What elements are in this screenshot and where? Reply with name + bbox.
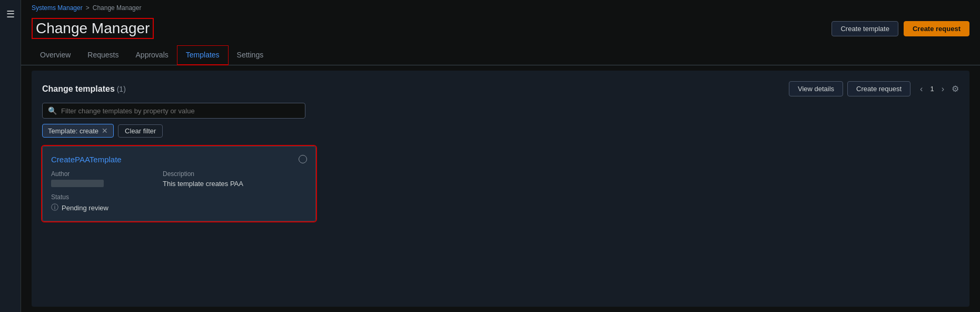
template-name[interactable]: CreatePAATemplate xyxy=(51,155,122,164)
view-details-button[interactable]: View details xyxy=(789,81,843,96)
menu-icon[interactable]: ☰ xyxy=(2,4,19,24)
section-header: Change templates (1) View details Create… xyxy=(42,81,959,96)
template-details: Author Status ⓘ Pending review Descripti… xyxy=(51,170,307,212)
template-select-radio[interactable] xyxy=(299,155,307,163)
pending-review-icon: ⓘ xyxy=(51,203,58,212)
filter-tag: Template: create ✕ xyxy=(42,124,114,138)
section-title: Change templates xyxy=(42,84,115,93)
section-actions: View details Create request xyxy=(789,81,910,96)
pagination: ‹ 1 › ⚙ xyxy=(917,83,959,95)
prev-page-button[interactable]: ‹ xyxy=(917,83,926,95)
filter-tag-label: Template: create xyxy=(48,127,98,135)
clear-filter-button[interactable]: Clear filter xyxy=(118,124,163,138)
sidebar: ☰ xyxy=(0,0,21,312)
create-request-button[interactable]: Create request xyxy=(904,21,969,36)
next-page-button[interactable]: › xyxy=(938,83,947,95)
header-actions: Create template Create request xyxy=(831,21,969,36)
tab-overview[interactable]: Overview xyxy=(32,45,79,65)
author-label: Author xyxy=(51,170,156,178)
status-value: Pending review xyxy=(62,204,108,212)
tab-approvals[interactable]: Approvals xyxy=(127,45,177,65)
author-section: Author Status ⓘ Pending review xyxy=(51,170,156,212)
filter-tag-close-icon[interactable]: ✕ xyxy=(102,126,108,135)
description-label: Description xyxy=(163,170,307,178)
breadcrumb-parent-link[interactable]: Systems Manager xyxy=(32,4,83,12)
breadcrumb: Systems Manager > Change Manager xyxy=(21,0,980,16)
breadcrumb-current: Change Manager xyxy=(93,4,142,12)
search-icon: 🔍 xyxy=(48,106,57,115)
tab-templates[interactable]: Templates xyxy=(177,45,229,65)
search-input[interactable] xyxy=(61,107,300,115)
description-value: This template creates PAA xyxy=(163,180,307,188)
description-section: Description This template creates PAA xyxy=(163,170,307,212)
tabs-bar: Overview Requests Approvals Templates Se… xyxy=(21,45,980,65)
template-card: CreatePAATemplate Author Status ⓘ Pendin… xyxy=(42,146,316,221)
section-create-request-button[interactable]: Create request xyxy=(847,81,910,96)
page-title: Change Manager xyxy=(32,18,154,39)
breadcrumb-separator: > xyxy=(86,4,90,12)
table-settings-icon[interactable]: ⚙ xyxy=(952,84,959,94)
section-count: (1) xyxy=(117,85,126,93)
filter-row: Template: create ✕ Clear filter xyxy=(42,124,959,138)
section-actions-right: View details Create request ‹ 1 › ⚙ xyxy=(789,81,959,96)
page-header: Change Manager Create template Create re… xyxy=(21,16,980,45)
page-number: 1 xyxy=(930,85,934,93)
search-bar: 🔍 xyxy=(42,103,305,119)
tab-requests[interactable]: Requests xyxy=(79,45,127,65)
create-template-button[interactable]: Create template xyxy=(831,21,898,36)
tab-settings[interactable]: Settings xyxy=(229,45,272,65)
status-value-row: ⓘ Pending review xyxy=(51,203,156,212)
content-area: Change templates (1) View details Create… xyxy=(32,71,969,307)
template-card-header: CreatePAATemplate xyxy=(51,155,307,164)
section-title-row: Change templates (1) xyxy=(42,84,126,94)
author-value-placeholder xyxy=(51,180,104,187)
main-content: Systems Manager > Change Manager Change … xyxy=(21,0,980,312)
status-label: Status xyxy=(51,193,156,201)
